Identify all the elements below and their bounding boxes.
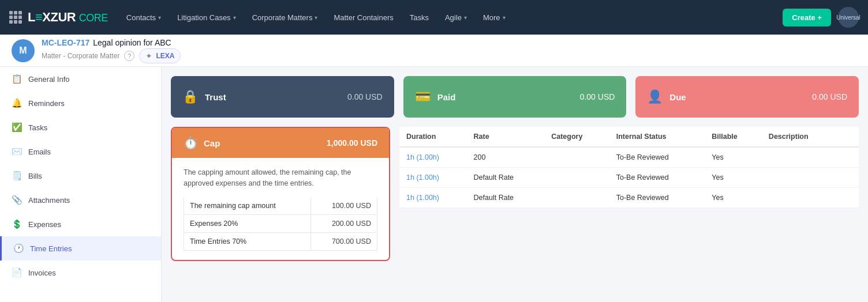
nav-more-arrow: ▾: [503, 14, 506, 21]
paid-icon: 💳: [415, 89, 431, 104]
col-category: Category: [544, 127, 609, 147]
expenses-icon: 💲: [12, 219, 23, 229]
due-label: Due: [669, 92, 805, 102]
cap-row-3: Time Entries 70% 700.00 USD: [184, 232, 377, 250]
nav-contacts[interactable]: Contacts ▾: [119, 9, 168, 27]
sidebar-item-invoices[interactable]: 📄 Invoices: [0, 261, 161, 285]
nav-agile-label: Agile: [445, 13, 462, 22]
grid-icon[interactable]: [9, 11, 22, 24]
paid-card[interactable]: 💳 Paid 0.00 USD: [403, 76, 627, 118]
sidebar-item-expenses[interactable]: 💲 Expenses: [0, 212, 161, 236]
time-entries-table: Duration Rate Category Internal Status B…: [399, 127, 859, 208]
sidebar-item-emails[interactable]: ✉️ Emails: [0, 139, 161, 164]
case-id[interactable]: MC-LEO-717: [42, 38, 89, 47]
cap-description: The capping amount allowed, the remainin…: [184, 167, 377, 189]
user-label: Universal: [836, 14, 860, 21]
nav-agile[interactable]: Agile ▾: [438, 9, 474, 27]
nav-corporate[interactable]: Corporate Matters ▾: [245, 9, 325, 27]
sidebar: 📋 General Info 🔔 Reminders ✅ Tasks ✉️ Em…: [0, 67, 162, 302]
cap-table: The remaining cap amount 100.00 USD Expe…: [184, 197, 377, 251]
cap-row-1-value: 100.00 USD: [310, 197, 377, 215]
nav-corporate-label: Corporate Matters: [252, 13, 313, 22]
col-rate: Rate: [467, 127, 545, 147]
sidebar-item-tasks[interactable]: ✅ Tasks: [0, 115, 161, 139]
table-row: 1h (1.00h) Default Rate To-Be Reviewed Y…: [399, 168, 859, 188]
nav-contacts-arrow: ▾: [158, 14, 161, 21]
row1-rate: 200: [467, 147, 545, 168]
help-icon[interactable]: ?: [124, 51, 134, 61]
cards-row: 🔒 Trust 0.00 USD 💳 Paid 0.00 USD 👤 Due 0…: [171, 76, 859, 118]
col-billable: Billable: [705, 127, 762, 147]
row3-duration: 1h (1.00h): [399, 188, 467, 208]
cap-card: ⏱️ Cap 1,000.00 USD The capping amount a…: [171, 127, 390, 261]
nav-litigation-arrow: ▾: [233, 14, 236, 21]
due-card[interactable]: 👤 Due 0.00 USD: [635, 76, 859, 118]
sidebar-expenses-label: Expenses: [28, 220, 61, 229]
row1-duration-link[interactable]: 1h (1.00h): [406, 153, 439, 161]
paid-amount: 0.00 USD: [580, 92, 615, 101]
avatar: M: [12, 39, 35, 62]
breadcrumb-sub: Matter - Corporate Matter ? ✦ LEXA: [42, 48, 181, 63]
lexa-label: LEXA: [156, 52, 174, 60]
nav-litigation[interactable]: Litigation Cases ▾: [170, 9, 243, 27]
time-entries-icon: 🕐: [13, 243, 24, 254]
row2-scroll: [839, 168, 859, 188]
row3-status: To-Be Reviewed: [609, 188, 705, 208]
row3-category: [544, 188, 609, 208]
sidebar-item-bills[interactable]: 🗒️ Bills: [0, 164, 161, 188]
cap-row-2: Expenses 20% 200.00 USD: [184, 214, 377, 232]
sidebar-bills-label: Bills: [28, 172, 42, 180]
cap-body: The capping amount allowed, the remainin…: [172, 158, 389, 260]
sidebar-tasks-label: Tasks: [28, 123, 47, 132]
lexa-badge[interactable]: ✦ LEXA: [139, 48, 181, 63]
lower-row: ⏱️ Cap 1,000.00 USD The capping amount a…: [171, 127, 859, 261]
nav-agile-arrow: ▾: [464, 14, 467, 21]
row3-scroll: [839, 188, 859, 208]
nav-contacts-label: Contacts: [126, 13, 156, 22]
breadcrumb-info: MC-LEO-717 Legal opinion for ABC Matter …: [42, 38, 181, 63]
create-button[interactable]: Create +: [783, 9, 831, 27]
cap-header: ⏱️ Cap 1,000.00 USD: [172, 128, 389, 158]
row1-duration: 1h (1.00h): [399, 147, 467, 168]
row2-rate: Default Rate: [467, 168, 545, 188]
row1-scroll: [839, 147, 859, 168]
cap-row-1: The remaining cap amount 100.00 USD: [184, 197, 377, 215]
sidebar-item-time-entries[interactable]: 🕐 Time Entries: [0, 236, 161, 261]
trust-icon: 🔒: [182, 89, 198, 104]
row2-duration-link[interactable]: 1h (1.00h): [406, 173, 439, 182]
nav-litigation-label: Litigation Cases: [177, 13, 231, 22]
trust-card[interactable]: 🔒 Trust 0.00 USD: [171, 76, 394, 118]
nav-more-label: More: [483, 13, 500, 22]
paid-label: Paid: [437, 92, 573, 102]
cap-row-1-label: The remaining cap amount: [184, 197, 311, 215]
cap-label: Cap: [204, 138, 321, 148]
user-avatar-nav[interactable]: Universal: [838, 7, 859, 28]
tasks-icon: ✅: [12, 122, 23, 133]
due-amount: 0.00 USD: [812, 92, 847, 101]
row3-rate: Default Rate: [467, 188, 545, 208]
row2-duration: 1h (1.00h): [399, 168, 467, 188]
time-table-header-row: Duration Rate Category Internal Status B…: [399, 127, 859, 147]
nav-matter-containers[interactable]: Matter Containers: [327, 9, 400, 27]
row2-description: [762, 168, 839, 188]
table-row: 1h (1.00h) Default Rate To-Be Reviewed Y…: [399, 188, 859, 208]
sidebar-item-general-info[interactable]: 📋 General Info: [0, 67, 161, 91]
col-scroll: [839, 127, 859, 147]
row3-billable: Yes: [705, 188, 762, 208]
row3-duration-link[interactable]: 1h (1.00h): [406, 194, 439, 202]
nav-more[interactable]: More ▾: [476, 9, 512, 27]
row1-category: [544, 147, 609, 168]
sidebar-item-reminders[interactable]: 🔔 Reminders: [0, 91, 161, 115]
main-layout: 📋 General Info 🔔 Reminders ✅ Tasks ✉️ Em…: [0, 67, 868, 302]
trust-label: Trust: [205, 92, 341, 102]
cap-icon: ⏱️: [184, 136, 198, 150]
breadcrumb-bar: M MC-LEO-717 Legal opinion for ABC Matte…: [0, 35, 868, 67]
sidebar-general-info-label: General Info: [28, 75, 70, 84]
time-table-area: Duration Rate Category Internal Status B…: [399, 127, 859, 261]
sidebar-item-attachments[interactable]: 📎 Attachments: [0, 188, 161, 212]
cap-row-3-label: Time Entries 70%: [184, 232, 311, 250]
nav-tasks-label: Tasks: [410, 13, 429, 22]
cap-amount: 1,000.00 USD: [327, 138, 377, 148]
nav-tasks[interactable]: Tasks: [403, 9, 436, 27]
general-info-icon: 📋: [12, 74, 23, 84]
